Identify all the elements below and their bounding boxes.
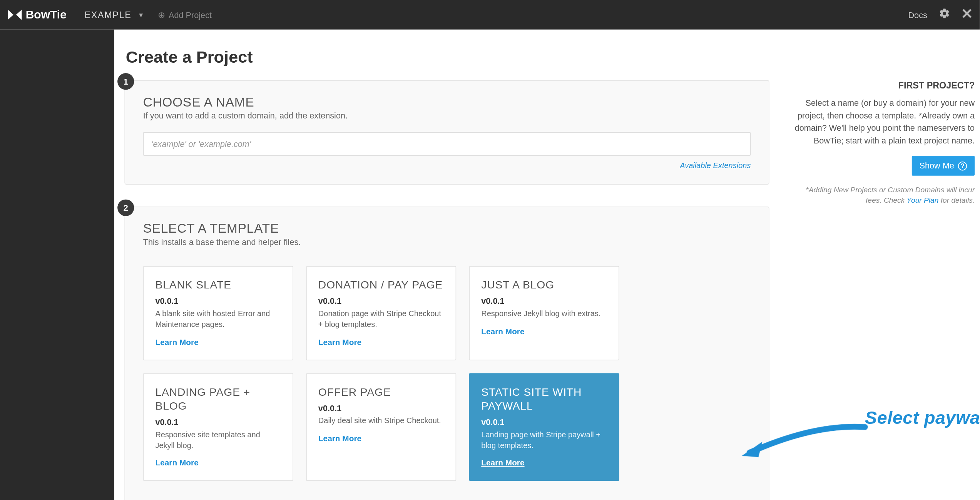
page-title: Create a Project: [126, 47, 975, 67]
template-version: v0.0.1: [155, 417, 281, 427]
learn-more-link[interactable]: Learn More: [481, 327, 607, 336]
learn-more-link[interactable]: Learn More: [155, 459, 281, 468]
project-label: EXAMPLE: [85, 10, 132, 20]
step-badge-1: 1: [117, 73, 134, 90]
template-title: LANDING PAGE + BLOG: [155, 385, 281, 413]
help-title: FIRST PROJECT?: [794, 80, 975, 90]
show-me-button[interactable]: Show Me ?: [911, 156, 975, 176]
bowtie-icon: [8, 10, 22, 20]
template-title: OFFER PAGE: [318, 385, 444, 399]
your-plan-link[interactable]: Your Plan: [906, 196, 938, 204]
help-circle-icon: ?: [958, 161, 967, 170]
left-rail: [0, 30, 114, 500]
learn-more-link[interactable]: Learn More: [155, 338, 281, 347]
template-description: Responsive Jekyll blog with extras.: [481, 308, 607, 319]
help-footnote: *Adding New Projects or Custom Domains w…: [794, 176, 975, 205]
help-sidebar: FIRST PROJECT? Select a name (or buy a d…: [794, 80, 975, 500]
topbar: BowTie EXAMPLE ▼ ⊕ Add Project Docs: [0, 0, 980, 30]
project-name-input[interactable]: [143, 132, 751, 156]
step-badge-2: 2: [117, 199, 134, 216]
template-version: v0.0.1: [318, 296, 444, 306]
step-2-panel: 2 SELECT A TEMPLATE This installs a base…: [124, 207, 769, 500]
step-2-subtitle: This installs a base theme and helper fi…: [143, 237, 751, 247]
template-card[interactable]: STATIC SITE WITH PAYWALLv0.0.1Landing pa…: [469, 373, 619, 481]
template-card[interactable]: OFFER PAGEv0.0.1Daily deal site with Str…: [306, 373, 456, 481]
template-card[interactable]: BLANK SLATEv0.0.1A blank site with hoste…: [143, 266, 293, 360]
template-title: DONATION / PAY PAGE: [318, 278, 444, 292]
gear-icon[interactable]: [939, 7, 950, 22]
template-card[interactable]: LANDING PAGE + BLOGv0.0.1Responsive site…: [143, 373, 293, 481]
template-description: A blank site with hosted Error and Maint…: [155, 308, 281, 330]
template-description: Responsive site templates and Jekyll blo…: [155, 430, 281, 451]
close-icon[interactable]: [962, 8, 972, 22]
template-title: BLANK SLATE: [155, 278, 281, 292]
step-1-title: CHOOSE A NAME: [143, 95, 751, 110]
template-description: Donation page with Stripe Checkout + blo…: [318, 308, 444, 330]
help-body: Select a name (or buy a domain) for your…: [794, 97, 975, 147]
learn-more-link[interactable]: Learn More: [481, 459, 607, 468]
template-version: v0.0.1: [481, 296, 607, 306]
annotation-text: Select paywall template: [865, 408, 980, 428]
template-title: JUST A BLOG: [481, 278, 607, 292]
template-title: STATIC SITE WITH PAYWALL: [481, 385, 607, 413]
template-version: v0.0.1: [481, 417, 607, 427]
step-1-panel: 1 CHOOSE A NAME If you want to add a cus…: [124, 80, 769, 185]
show-me-label: Show Me: [919, 161, 954, 170]
template-description: Daily deal site with Stripe Checkout.: [318, 415, 444, 426]
template-version: v0.0.1: [155, 296, 281, 306]
chevron-down-icon: ▼: [138, 11, 145, 18]
learn-more-link[interactable]: Learn More: [318, 338, 444, 347]
brand-text: BowTie: [26, 8, 67, 22]
learn-more-link[interactable]: Learn More: [318, 434, 444, 443]
project-dropdown[interactable]: EXAMPLE ▼: [85, 10, 145, 20]
template-card[interactable]: DONATION / PAY PAGEv0.0.1Donation page w…: [306, 266, 456, 360]
docs-link[interactable]: Docs: [908, 10, 927, 20]
add-project-label: Add Project: [169, 10, 212, 20]
available-extensions-link[interactable]: Available Extensions: [680, 161, 751, 170]
template-card[interactable]: JUST A BLOGv0.0.1Responsive Jekyll blog …: [469, 266, 619, 360]
plus-circle-icon: ⊕: [158, 10, 166, 20]
template-description: Landing page with Stripe paywall + blog …: [481, 430, 607, 451]
brand-logo[interactable]: BowTie: [8, 8, 67, 22]
step-2-title: SELECT A TEMPLATE: [143, 221, 751, 236]
add-project-button[interactable]: ⊕ Add Project: [158, 10, 212, 20]
step-1-subtitle: If you want to add a custom domain, add …: [143, 111, 751, 120]
template-version: v0.0.1: [318, 403, 444, 413]
